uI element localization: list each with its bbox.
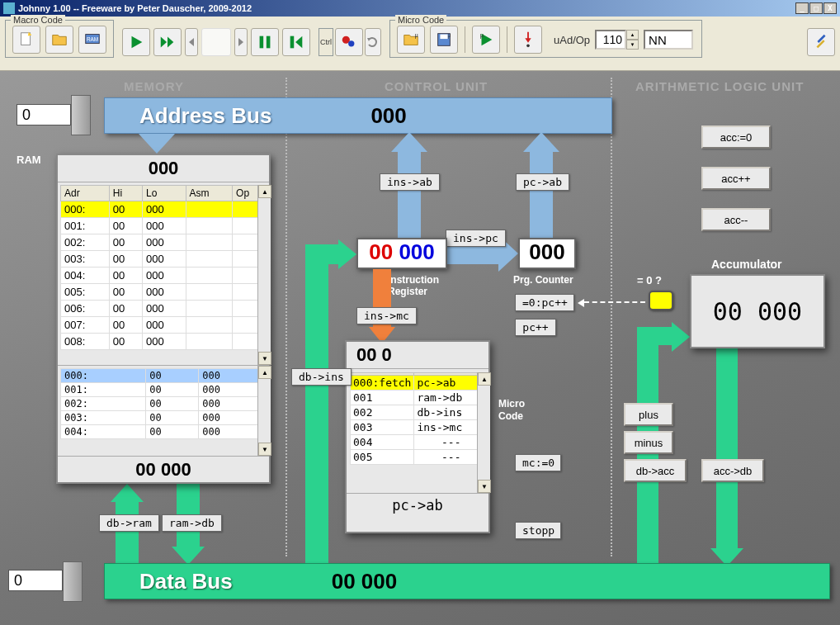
pc-caption: Prg. Counter — [513, 274, 573, 286]
fast-forward-button[interactable] — [153, 28, 182, 56]
pc-ab-button[interactable]: pc->ab — [516, 173, 569, 191]
reset-button[interactable] — [282, 28, 310, 56]
pause-button[interactable] — [251, 28, 279, 56]
ins-pc-button[interactable]: ins->pc — [446, 230, 506, 247]
ram-small-scrollbar[interactable]: ▲▼ — [257, 366, 271, 456]
ins-mc-button[interactable]: ins->mc — [356, 307, 417, 324]
table-row: 000:00000 — [61, 369, 268, 383]
minimize-button[interactable]: _ — [795, 2, 809, 14]
svg-rect-9 — [260, 36, 264, 49]
spinner-down-button[interactable]: ▼ — [626, 40, 639, 50]
microcode-table[interactable]: 000:fetchpc->ab 001ram->db 002db->ins 00… — [350, 372, 488, 465]
micro-record-button[interactable] — [514, 26, 542, 54]
microcode-bottom-value: pc->ab — [347, 493, 488, 517]
step-forward-button[interactable] — [234, 28, 248, 56]
table-row: 001:00000 — [61, 218, 268, 234]
micro-code-group: Micro Code μ μ μ uAd/Op ▲ ▼ — [389, 20, 702, 58]
data-bus-input[interactable] — [8, 570, 63, 591]
svg-marker-7 — [189, 38, 194, 46]
ram-top-value: 000 — [58, 155, 269, 182]
data-bus-handle[interactable] — [63, 561, 83, 602]
instruction-register: 00 000 — [356, 238, 447, 269]
db-ram-button[interactable]: db->ram — [99, 514, 159, 532]
svg-rect-10 — [267, 36, 271, 49]
arrow-acc-to-db-stem — [716, 348, 738, 550]
svg-marker-5 — [161, 37, 167, 48]
cycle-button[interactable] — [365, 28, 381, 56]
pcpp-button[interactable]: pc++ — [515, 319, 556, 336]
svg-text:μ: μ — [415, 31, 418, 39]
acc-db-button[interactable]: acc->db — [701, 459, 764, 482]
ram-button[interactable]: RAM — [78, 26, 106, 54]
svg-text:μ: μ — [480, 31, 484, 39]
svg-point-24 — [526, 45, 530, 48]
nn-input[interactable] — [644, 30, 693, 50]
mc-row: 000:fetchpc->ab — [351, 376, 488, 391]
ctrl-label: Ctrl — [319, 28, 333, 56]
spinner-up-button[interactable]: ▲ — [626, 30, 639, 40]
eq0-pcpp-button[interactable]: =0:pc++ — [515, 294, 574, 311]
table-row: 006:00000 — [61, 301, 268, 317]
table-row: 004:00000 — [61, 268, 268, 284]
title-text: Johnny 1.00 -- Freeware by Peter Dausche… — [18, 3, 795, 13]
close-button[interactable]: X — [823, 2, 837, 14]
maximize-button[interactable]: □ — [809, 2, 823, 14]
workspace: MEMORY CONTROL UNIT ARITHMETIC LOGIC UNI… — [0, 71, 840, 625]
stopp-button[interactable]: stopp — [515, 522, 561, 539]
plus-button[interactable]: plus — [624, 403, 673, 426]
ram-bottom-value: 00 000 — [58, 456, 269, 483]
uad-spinner-input[interactable] — [595, 30, 626, 50]
svg-text:μ: μ — [448, 32, 451, 39]
uad-op-label: uAd/Op — [554, 34, 590, 46]
toolbar: Macro Code RAM Ctrl Micro Code μ μ μ uAd… — [0, 17, 840, 71]
ram-db-button[interactable]: ram->db — [162, 514, 222, 532]
step-back-button[interactable] — [185, 28, 198, 56]
acc-set-zero-button[interactable]: acc:=0 — [701, 125, 771, 149]
address-bus-label: Address Bus — [139, 103, 271, 129]
ram-scrollbar[interactable]: ▲▼ — [257, 185, 271, 365]
ir-caption: Instruction Register — [388, 274, 454, 297]
tools-button[interactable] — [807, 28, 835, 56]
open-file-button[interactable] — [45, 26, 73, 54]
settings-gears-button[interactable] — [335, 28, 363, 56]
db-ins-button[interactable]: db->ins — [291, 368, 352, 386]
mc0-button[interactable]: mc:=0 — [515, 454, 561, 471]
title-bar: Johnny 1.00 -- Freeware by Peter Dausche… — [0, 0, 840, 17]
table-row: 004:00000 — [61, 425, 268, 439]
svg-marker-23 — [525, 38, 531, 43]
svg-text:RAM: RAM — [87, 36, 98, 42]
acc-minus-minus-button[interactable]: acc-- — [701, 208, 771, 231]
db-acc-button[interactable]: db->acc — [624, 459, 687, 482]
micro-save-button[interactable]: μ — [430, 26, 458, 54]
svg-marker-6 — [168, 37, 173, 48]
address-bus-handle[interactable] — [71, 95, 91, 135]
microcode-top-value: 00 0 — [347, 342, 488, 369]
new-file-button[interactable] — [12, 26, 40, 54]
ram-small-table[interactable]: 000:00000 001:00000 002:00000 003:00000 … — [60, 368, 268, 439]
mc-row: 002db->ins — [351, 405, 488, 420]
control-unit-header: CONTROL UNIT — [385, 79, 488, 93]
ins-ab-button[interactable]: ins->ab — [380, 173, 440, 191]
arrow-db-to-ram-head — [111, 484, 144, 502]
mc-row: 004--- — [351, 435, 488, 450]
svg-point-14 — [348, 40, 354, 46]
micro-play-button[interactable]: μ — [472, 26, 500, 54]
arrow-ram-to-db-head — [172, 547, 205, 565]
table-row: 001:00000 — [61, 383, 268, 397]
micro-open-button[interactable]: μ — [397, 26, 425, 54]
arrow-pc-to-ab-head — [523, 132, 559, 152]
address-bus-input[interactable] — [17, 104, 71, 125]
ram-table[interactable]: AdrHiLoAsmOp 000:00000 001:00000 002:000… — [60, 185, 268, 350]
divider-1 — [286, 78, 287, 556]
mc-scrollbar[interactable]: ▲▼ — [477, 372, 490, 493]
table-row: 000:00000 — [61, 201, 268, 218]
minus-button[interactable]: minus — [624, 431, 673, 454]
ram-label: RAM — [17, 154, 41, 166]
slider-track[interactable] — [201, 28, 231, 56]
arrow-ab-to-ram — [139, 134, 175, 154]
play-button[interactable] — [122, 28, 150, 56]
zero-flag-arrow — [584, 301, 645, 303]
acc-plus-plus-button[interactable]: acc++ — [701, 167, 771, 190]
table-row: 003:00000 — [61, 251, 268, 268]
data-bus-value: 00 000 — [332, 569, 398, 594]
